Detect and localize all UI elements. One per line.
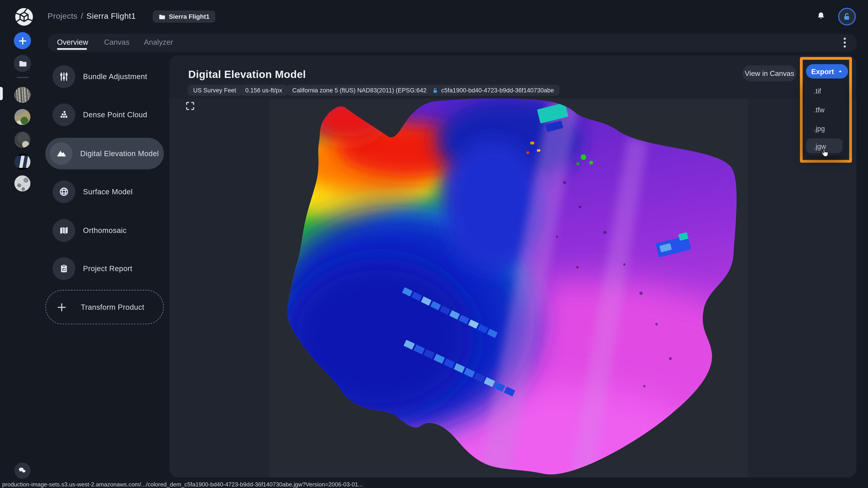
projects-folder-button[interactable] xyxy=(14,55,31,72)
flight-thumbnail-1[interactable] xyxy=(14,87,31,103)
support-chat-button[interactable] xyxy=(14,462,31,479)
export-option-tif[interactable]: .tif xyxy=(814,88,821,95)
sidebar-item-dense-point-cloud[interactable]: Dense Point Cloud xyxy=(48,99,169,131)
breadcrumb-current: Sierra Flight1 xyxy=(87,11,136,20)
sidebar-item-label: Dense Point Cloud xyxy=(83,111,147,119)
units-badge: US Survey Feet xyxy=(188,85,242,96)
dataset-id-label: c5fa1900-bd40-4723-b9dd-36f140730abe xyxy=(441,87,554,93)
dataset-id-badge: c5fa1900-bd40-4723-b9dd-36f140730abe xyxy=(427,85,559,96)
notifications-bell-icon[interactable] xyxy=(815,11,827,22)
breadcrumb-separator: / xyxy=(81,11,83,20)
clipboard-icon xyxy=(53,257,75,280)
breadcrumb-projects[interactable]: Projects xyxy=(48,11,78,20)
sidebar-item-label: Bundle Adjustment xyxy=(83,72,147,80)
flight-thumbnail-2[interactable] xyxy=(14,109,31,125)
export-option-jpg[interactable]: .jpg xyxy=(814,125,825,132)
page-title: Digital Elevation Model xyxy=(188,69,306,81)
active-tab-underline xyxy=(57,48,87,50)
units-badge-label: US Survey Feet xyxy=(193,87,236,93)
tab-analyzer[interactable]: Analyzer xyxy=(144,38,173,46)
browser-status-bar: production-image-sets.s3.us-west-2.amazo… xyxy=(0,480,366,488)
rail-divider xyxy=(17,77,29,78)
mountains-icon xyxy=(50,142,72,164)
sidebar-item-digital-elevation-model[interactable]: Digital Elevation Model xyxy=(45,138,164,169)
project-badge-label: Sierra Flight1 xyxy=(169,13,210,20)
plus-icon xyxy=(18,36,27,45)
tab-overview[interactable]: Overview xyxy=(57,38,88,46)
view-in-canvas-button[interactable]: View in Canvas xyxy=(742,65,797,81)
unlock-button[interactable] xyxy=(838,8,856,25)
sidebar-item-label: Digital Elevation Model xyxy=(80,149,159,158)
folder-icon xyxy=(18,59,27,68)
transform-product-button[interactable]: Transform Product xyxy=(45,290,164,324)
sidebar-item-label: Surface Model xyxy=(83,188,133,196)
export-option-tfw[interactable]: .tfw xyxy=(814,106,825,113)
crs-badge-label: California zone 5 (ftUS) NAD83(2011) (EP… xyxy=(292,87,432,93)
sidebar-item-orthomosaic[interactable]: Orthomosaic xyxy=(48,215,169,246)
open-lock-icon xyxy=(432,87,438,93)
project-badge[interactable]: Sierra Flight1 xyxy=(153,11,215,23)
fullscreen-expand-icon[interactable] xyxy=(186,102,194,110)
tab-canvas[interactable]: Canvas xyxy=(104,38,129,46)
dem-viewer xyxy=(169,98,856,478)
sidebar-item-label: Orthomosaic xyxy=(83,226,127,234)
transform-product-label: Transform Product xyxy=(81,303,145,311)
view-in-canvas-label: View in Canvas xyxy=(745,69,794,77)
plus-icon xyxy=(51,302,73,312)
flight-thumbnail-5[interactable] xyxy=(14,175,31,191)
more-options-kebab-icon[interactable] xyxy=(841,37,848,49)
sliders-icon xyxy=(53,65,75,88)
mouse-cursor-pointer xyxy=(820,148,830,158)
sidebar-item-surface-model[interactable]: Surface Model xyxy=(48,176,169,207)
globe-icon xyxy=(53,180,75,203)
export-button[interactable]: Export xyxy=(806,64,848,78)
app-window: Projects / Sierra Flight1 Sierra Flight1 xyxy=(0,0,868,488)
point-cloud-icon xyxy=(53,103,75,126)
chat-bubbles-icon xyxy=(18,466,27,475)
export-button-label: Export xyxy=(811,67,834,76)
flight-thumbnail-3[interactable] xyxy=(14,132,31,148)
app-logo-icon[interactable] xyxy=(15,8,33,26)
breadcrumb: Projects / Sierra Flight1 xyxy=(48,11,136,20)
sidebar-item-bundle-adjustment[interactable]: Bundle Adjustment xyxy=(48,61,169,92)
crs-badge: California zone 5 (ftUS) NAD83(2011) (EP… xyxy=(287,85,438,96)
active-flight-indicator xyxy=(0,87,3,100)
dem-raster-image xyxy=(169,98,856,478)
map-icon xyxy=(53,219,75,241)
status-url-text: production-image-sets.s3.us-west-2.amazo… xyxy=(2,481,363,487)
add-project-button[interactable] xyxy=(14,32,31,49)
resolution-badge: 0.156 us-ft/px xyxy=(240,85,287,96)
resolution-badge-label: 0.156 us-ft/px xyxy=(245,87,282,93)
sidebar-item-label: Project Report xyxy=(83,265,132,273)
chevron-up-icon xyxy=(837,69,843,74)
folder-icon xyxy=(158,13,165,20)
sidebar-item-project-report[interactable]: Project Report xyxy=(48,253,169,285)
open-lock-icon xyxy=(842,12,851,21)
flight-thumbnail-4[interactable] xyxy=(14,154,31,170)
